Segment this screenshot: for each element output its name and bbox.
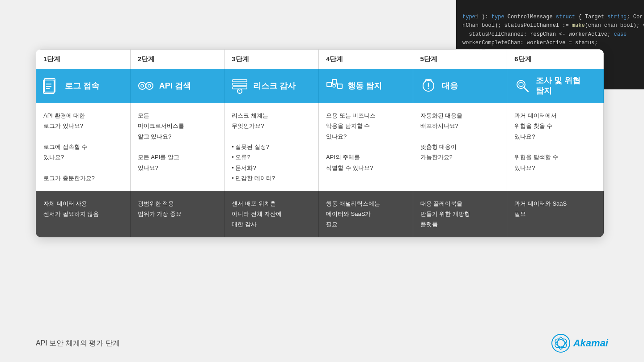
header-stage-2: 2단계 — [130, 50, 225, 69]
question-3-bullets: 잘못된 설정? 오류? 문서화? 민감한 데이터? — [232, 142, 311, 184]
question-1-3: 로그가 충분한가요? — [43, 173, 123, 183]
stage-table: 1단계 2단계 3단계 4단계 5단계 6단계 — [36, 49, 604, 237]
question-3-intro: 리스크 체계는무엇인가요? — [232, 110, 311, 131]
title-label-4: 행동 탐지 — [347, 81, 382, 91]
summary-cell-1: 자체 데이터 사용센서가 필요하지 않음 — [36, 191, 131, 237]
question-5-1: 자동화된 대응을배포하시나요? — [420, 110, 500, 131]
summary-cell-2: 광범위한 적용범위가 가장 중요 — [130, 191, 225, 237]
questions-cell-5: 자동화된 대응을배포하시나요? 맞춤형 대응이가능한가요? — [413, 103, 507, 191]
question-2-2: 모든 API를 알고있나요? — [138, 152, 217, 173]
svg-point-24 — [519, 82, 523, 87]
questions-cell-4: 오용 또는 비즈니스악용을 탐지할 수있나요? API의 주체를식별할 수 있나… — [318, 103, 413, 191]
svg-point-14 — [239, 92, 240, 93]
title-cell-2: API 검색 — [130, 69, 225, 103]
svg-point-8 — [148, 84, 151, 87]
title-label-1: 로그 접속 — [65, 81, 99, 91]
investigation-icon — [513, 77, 531, 95]
caption: API 보안 체계의 평가 단계 — [36, 339, 120, 348]
questions-cell-6: 과거 데이터에서위협을 찾을 수있나요? 위협을 탐색할 수있나요? — [507, 103, 604, 191]
header-stage-1: 1단계 — [36, 50, 131, 69]
header-stage-5: 5단계 — [413, 50, 507, 69]
question-1-1: API 환경에 대한로그가 있나요? — [43, 110, 123, 131]
title-label-5: 대응 — [442, 81, 458, 91]
summary-cell-5: 대응 플레이북을만들기 위한 개방형플랫폼 — [413, 191, 507, 237]
response-icon — [419, 77, 437, 95]
bullet-3-2: 오류? — [232, 152, 311, 162]
title-cell-5: 대응 — [413, 69, 507, 103]
svg-rect-10 — [233, 83, 247, 85]
bullet-3-1: 잘못된 설정? — [232, 142, 311, 152]
summary-cell-4: 행동 애널리틱스에는데이터와 SaaS가필요 — [318, 191, 413, 237]
svg-point-7 — [141, 84, 144, 87]
risk-icon — [231, 77, 249, 95]
title-cell-6: 조사 및 위협탐지 — [507, 69, 604, 103]
questions-row: API 환경에 대한로그가 있나요? 로그에 접속할 수있나요? 로그가 충분한… — [36, 103, 604, 191]
question-4-2: API의 주체를식별할 수 있나요? — [326, 152, 406, 173]
title-row: 로그 접속 API 검색 — [36, 69, 604, 103]
question-2-1: 모든마이크로서비스를알고 있나요? — [138, 110, 217, 142]
main-slide: 1단계 2단계 3단계 4단계 5단계 6단계 — [36, 49, 604, 237]
question-4-1: 오용 또는 비즈니스악용을 탐지할 수있나요? — [326, 110, 406, 142]
akamai-logo: Akamai — [551, 333, 608, 353]
svg-rect-15 — [327, 82, 331, 87]
summary-cell-6: 과거 데이터와 SaaS필요 — [507, 191, 604, 237]
bottom-bar: API 보안 체계의 평가 단계 Akamai — [36, 333, 608, 353]
svg-line-25 — [524, 87, 528, 92]
behavior-icon — [325, 77, 343, 95]
akamai-logo-icon — [551, 333, 571, 353]
svg-rect-9 — [233, 80, 247, 82]
title-label-2: API 검색 — [159, 81, 191, 91]
svg-point-20 — [333, 84, 335, 87]
svg-point-28 — [554, 337, 568, 349]
summary-cell-3: 센서 배포 위치뿐아니라 전체 자산에대한 감사 — [225, 191, 319, 237]
title-cell-3: 리스크 감사 — [225, 69, 319, 103]
questions-cell-2: 모든마이크로서비스를알고 있나요? 모든 API를 알고있나요? — [130, 103, 225, 191]
questions-cell-3: 리스크 체계는무엇인가요? 잘못된 설정? 오류? 문서화? 민감한 데이터? — [225, 103, 319, 191]
title-cell-1: 로그 접속 — [36, 69, 131, 103]
bullet-3-3: 문서화? — [232, 163, 311, 173]
summary-row: 자체 데이터 사용센서가 필요하지 않음 광범위한 적용범위가 가장 중요 센서… — [36, 191, 604, 237]
api-icon — [137, 77, 155, 95]
header-row: 1단계 2단계 3단계 4단계 5단계 6단계 — [36, 50, 604, 69]
question-6-1: 과거 데이터에서위협을 찾을 수있나요? — [514, 110, 596, 142]
title-cell-4: 행동 탐지 — [318, 69, 413, 103]
header-stage-6: 6단계 — [507, 50, 604, 69]
question-5-2: 맞춤형 대응이가능한가요? — [420, 142, 500, 163]
title-label-6: 조사 및 위협탐지 — [536, 76, 580, 97]
question-1-2: 로그에 접속할 수있나요? — [43, 142, 123, 163]
svg-line-19 — [337, 82, 338, 85]
svg-point-22 — [428, 88, 429, 89]
header-stage-3: 3단계 — [225, 50, 319, 69]
title-label-3: 리스크 감사 — [253, 81, 296, 91]
question-6-2: 위협을 탐색할 수있나요? — [514, 152, 596, 173]
header-stage-4: 4단계 — [318, 50, 413, 69]
svg-rect-17 — [338, 84, 342, 88]
svg-point-6 — [146, 82, 153, 89]
svg-rect-16 — [332, 80, 337, 84]
svg-rect-0 — [44, 79, 55, 92]
log-icon — [42, 77, 60, 95]
questions-cell-1: API 환경에 대한로그가 있나요? 로그에 접속할 수있나요? 로그가 충분한… — [36, 103, 131, 191]
akamai-text: Akamai — [573, 337, 608, 349]
svg-point-5 — [139, 82, 146, 89]
bullet-3-4: 민감한 데이터? — [232, 173, 311, 183]
